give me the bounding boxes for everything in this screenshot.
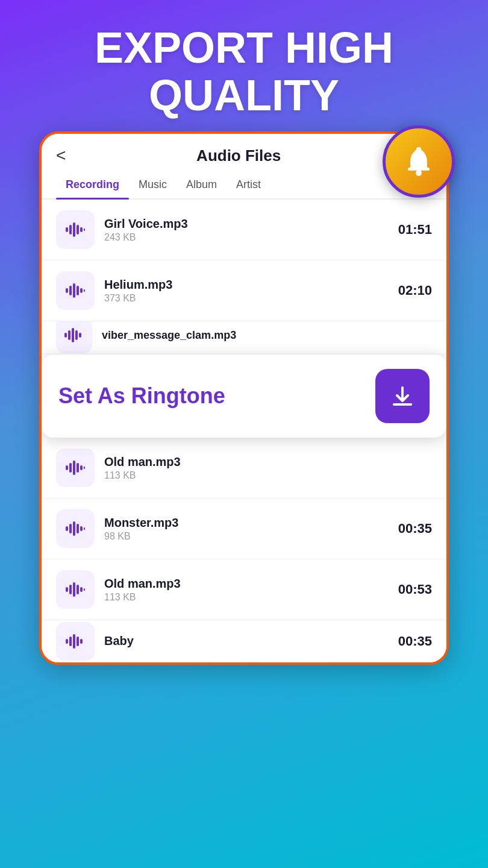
svg-rect-40 [73,634,75,649]
svg-rect-41 [77,637,79,646]
ringtone-banner: Set As Ringtone [42,354,446,438]
file-icon-6 [56,570,95,609]
file-info-7: Baby [104,634,398,648]
waveform-icon [64,280,86,301]
download-arrow-icon [389,383,416,409]
svg-rect-20 [66,465,68,470]
waveform-icon [64,631,86,652]
file-name-7: Baby [104,634,398,648]
app-title: Audio Files [75,146,402,165]
phone-card: < Audio Files Recording Music Album Arti… [39,131,449,665]
file-icon-4 [56,448,95,487]
svg-rect-4 [69,225,72,234]
svg-rect-26 [66,526,68,531]
file-item[interactable]: Old man.mp3 113 KB [42,438,446,498]
file-name-5: Monster.mp3 [104,516,398,530]
file-size-4: 113 KB [104,470,432,481]
file-icon-2 [56,271,95,310]
svg-rect-24 [80,465,83,470]
download-button[interactable] [375,369,430,423]
waveform-icon [64,518,86,539]
ringtone-text: Set As Ringtone [58,383,225,409]
svg-rect-23 [77,463,79,473]
waveform-icon [63,324,85,346]
svg-rect-34 [73,582,75,597]
file-name-3: viber_message_clam.mp3 [102,329,432,342]
svg-rect-30 [80,526,83,531]
svg-rect-19 [79,333,81,338]
svg-rect-38 [66,639,68,644]
svg-rect-33 [69,585,72,594]
svg-rect-17 [72,328,74,342]
svg-rect-5 [73,222,75,237]
waveform-icon [64,457,86,479]
file-info-5: Monster.mp3 98 KB [104,516,398,542]
file-item-partial-bottom[interactable]: Baby 00:35 [42,620,446,662]
file-size-6: 113 KB [104,592,398,603]
svg-rect-14 [84,289,85,292]
svg-rect-8 [84,228,85,231]
file-duration-5: 00:35 [398,521,432,536]
svg-rect-29 [77,524,79,533]
file-duration-7: 00:35 [398,634,432,649]
hero-header: EXPORT HIGH QUALITY [0,0,488,131]
notification-bell[interactable] [383,125,455,198]
file-name-1: Girl Voice.mp3 [104,217,398,231]
file-info-2: Helium.mp3 373 KB [104,278,398,304]
svg-rect-12 [77,286,79,295]
tab-artist[interactable]: Artist [227,171,271,198]
file-duration-1: 01:51 [398,222,432,237]
svg-rect-35 [77,585,79,594]
tab-recording[interactable]: Recording [56,171,129,198]
file-info-4: Old man.mp3 113 KB [104,455,432,481]
file-item[interactable]: Girl Voice.mp3 243 KB 01:51 [42,200,446,260]
file-icon-3 [56,321,92,353]
svg-rect-16 [68,330,70,340]
svg-rect-27 [69,524,72,533]
svg-point-1 [416,170,422,176]
file-duration-2: 02:10 [398,283,432,298]
waveform-icon [64,219,86,241]
tab-album[interactable]: Album [177,171,227,198]
svg-point-2 [416,147,421,152]
file-item[interactable]: Old man.mp3 113 KB 00:53 [42,559,446,620]
tab-music[interactable]: Music [129,171,177,198]
file-info-3: viber_message_clam.mp3 [102,329,432,342]
svg-rect-42 [80,639,83,644]
svg-rect-7 [80,227,83,232]
back-button[interactable]: < [56,146,66,165]
file-icon-5 [56,509,95,548]
file-size-1: 243 KB [104,232,398,243]
file-name-4: Old man.mp3 [104,455,432,469]
file-duration-6: 00:53 [398,582,432,597]
file-info-6: Old man.mp3 113 KB [104,577,398,603]
svg-rect-25 [84,467,85,469]
svg-rect-22 [73,461,75,475]
bell-icon [401,143,437,180]
svg-rect-13 [80,288,83,293]
svg-rect-21 [69,463,72,473]
hero-title: EXPORT HIGH QUALITY [18,24,470,119]
file-name-6: Old man.mp3 [104,577,398,591]
svg-rect-31 [84,527,85,530]
file-icon-1 [56,210,95,249]
svg-rect-32 [66,587,68,592]
svg-rect-18 [75,330,78,340]
svg-rect-9 [66,288,68,293]
svg-rect-36 [80,587,83,592]
file-info-1: Girl Voice.mp3 243 KB [104,217,398,243]
file-item-partial[interactable]: viber_message_clam.mp3 [42,321,446,354]
svg-rect-3 [66,227,68,232]
file-item[interactable]: Monster.mp3 98 KB 00:35 [42,498,446,559]
phone-mockup: < Audio Files Recording Music Album Arti… [39,131,449,868]
svg-rect-15 [64,333,67,338]
svg-rect-11 [73,283,75,298]
file-list: Girl Voice.mp3 243 KB 01:51 [42,200,446,662]
waveform-icon [64,579,86,600]
file-item[interactable]: Helium.mp3 373 KB 02:10 [42,260,446,321]
file-name-2: Helium.mp3 [104,278,398,292]
svg-rect-28 [73,521,75,536]
svg-rect-6 [77,225,79,234]
svg-rect-37 [84,588,85,591]
file-icon-7 [56,622,95,661]
